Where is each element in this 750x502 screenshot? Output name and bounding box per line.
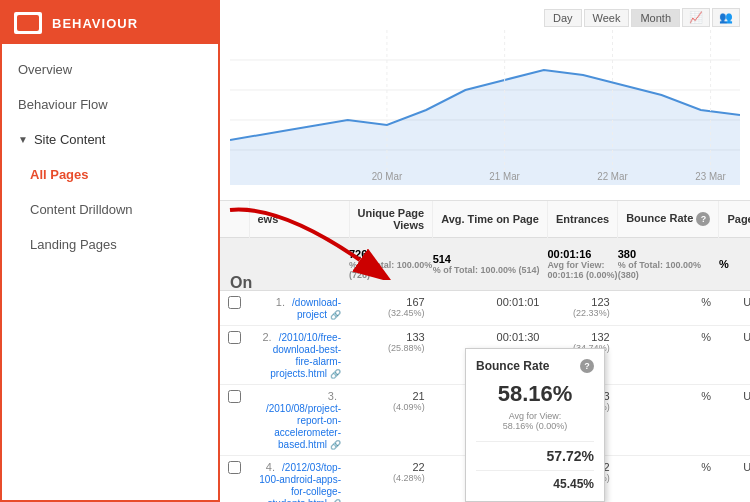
week-button[interactable]: Week: [584, 9, 630, 27]
bounce-popup-title: Bounce Rate: [476, 359, 549, 373]
sidebar-item-content-drilldown[interactable]: Content Drilldown: [2, 192, 218, 227]
month-button[interactable]: Month: [631, 9, 680, 27]
row-icon-1[interactable]: 🔗: [330, 369, 341, 379]
svg-text:20 Mar: 20 Mar: [372, 171, 403, 182]
on-label: On: [230, 274, 252, 292]
chart-controls: Day Week Month 📈 👥: [544, 8, 740, 27]
row-checkbox-3[interactable]: [220, 456, 249, 503]
main-container: BEHAVIOUR Overview Behaviour Flow ▼ Site…: [0, 0, 750, 502]
table-row: 1. /download-project 🔗 167 (32.45%) 00:0…: [220, 291, 750, 326]
row-unique-1: 133 (25.88%): [349, 326, 433, 385]
total-avgtime: 00:01:16 Avg for View: 00:01:16 (0.00%): [547, 238, 617, 291]
th-avg-time[interactable]: Avg. Time on Page: [433, 201, 548, 238]
bounce-row2: 45.45%: [476, 477, 594, 491]
row-pagevalue-0: US$0.00 (0.00%): [719, 291, 750, 326]
row-icon-0[interactable]: 🔗: [330, 310, 341, 320]
bounce-row1: 57.72%: [476, 448, 594, 464]
row-num-0: 1.: [276, 296, 285, 308]
total-bouncerate: %: [719, 238, 750, 291]
sidebar-item-label: All Pages: [30, 167, 89, 182]
sidebar-header: BEHAVIOUR: [2, 2, 218, 44]
row-unique-3: 22 (4.28%): [349, 456, 433, 503]
svg-rect-3: [19, 26, 25, 28]
total-unique-pct: % of Total: 100.00% (514): [433, 265, 548, 275]
total-avgtime-sub: Avg for View: 00:01:16 (0.00%): [547, 260, 617, 280]
row-icon-2[interactable]: 🔗: [330, 440, 341, 450]
row-checkbox-input-3[interactable]: [228, 461, 241, 474]
sidebar-item-landing-pages[interactable]: Landing Pages: [2, 227, 218, 262]
th-avgtime-label: Avg. Time on Page: [441, 213, 539, 225]
bounce-sub-label: Avg for View: 58.16% (0.00%): [476, 411, 594, 431]
row-num-2: 3.: [328, 390, 337, 402]
svg-text:21 Mar: 21 Mar: [489, 171, 520, 182]
row-unique-0: 167 (32.45%): [349, 291, 433, 326]
row-pagevalue-2: US$0.00 (0.00%): [719, 385, 750, 456]
th-entrances[interactable]: Entrances: [547, 201, 617, 238]
row-checkbox-2[interactable]: [220, 385, 249, 456]
row-checkbox-input-2[interactable]: [228, 390, 241, 403]
svg-marker-8: [230, 70, 740, 185]
row-unique-pct-1: (25.88%): [357, 343, 425, 353]
content-area: Day Week Month 📈 👥 20 Mar 21 Mar: [220, 0, 750, 502]
sidebar-item-site-content[interactable]: ▼ Site Content: [2, 122, 218, 157]
row-avgtime-0: 00:01:01: [433, 291, 548, 326]
bounce-popup-header: Bounce Rate ?: [476, 359, 594, 373]
bounce-main-value: 58.16%: [476, 381, 594, 407]
th-bounce-rate[interactable]: Bounce Rate ?: [618, 201, 719, 238]
sidebar-item-overview[interactable]: Overview: [2, 52, 218, 87]
sidebar-item-label: Behaviour Flow: [18, 97, 108, 112]
th-unique-pageviews[interactable]: Unique PageViews: [349, 201, 433, 238]
row-pagevalue-1: US$0.00 (0.00%): [719, 326, 750, 385]
table-area: ews Unique PageViews Avg. Time on Page E…: [220, 200, 750, 502]
row-checkbox-input-0[interactable]: [228, 296, 241, 309]
row-pv-sub-1: (0.00%): [727, 343, 750, 353]
svg-rect-1: [19, 18, 27, 20]
total-unique: 514 % of Total: 100.00% (514): [433, 238, 548, 291]
line-chart-icon-button[interactable]: 📈: [682, 8, 710, 27]
row-pagevalue-3: US$0.00 (0.00%): [719, 456, 750, 503]
th-bouncerate-label: Bounce Rate ?: [626, 212, 710, 224]
row-pv-sub-0: (0.00%): [727, 308, 750, 318]
row-checkbox-0[interactable]: [220, 291, 249, 326]
expand-arrow-icon: ▼: [18, 134, 28, 145]
th-checkbox: [220, 201, 249, 238]
row-num-3: 4.: [266, 461, 275, 473]
row-entrances-0: 123 (22.33%): [547, 291, 617, 326]
total-unique-value: 514: [433, 253, 451, 265]
row-unique-pct-3: (4.28%): [357, 473, 425, 483]
th-entrances-label: Entrances: [556, 213, 609, 225]
bounce-divider: [476, 441, 594, 442]
row-page-2: 3. /2010/08/project-report-on-accelerome…: [249, 385, 349, 456]
row-page-3: 4. /2012/03/top-100-android-apps-for-col…: [249, 456, 349, 503]
sidebar-item-behaviour-flow[interactable]: Behaviour Flow: [2, 87, 218, 122]
people-icon-button[interactable]: 👥: [712, 8, 740, 27]
th-unique-label: Unique PageViews: [358, 207, 425, 231]
th-pages[interactable]: ews: [249, 201, 349, 238]
sidebar-nav: Overview Behaviour Flow ▼ Site Content A…: [2, 44, 218, 270]
help-icon[interactable]: ?: [696, 212, 710, 226]
row-checkbox-1[interactable]: [220, 326, 249, 385]
bounce-help-icon[interactable]: ?: [580, 359, 594, 373]
svg-text:22 Mar: 22 Mar: [597, 171, 628, 182]
bounce-avg-label: Avg for View:: [509, 411, 562, 421]
th-page-value[interactable]: Page Value: [719, 201, 750, 238]
total-entrances-pct: % of Total: 100.00% (380): [618, 260, 719, 280]
day-button[interactable]: Day: [544, 9, 582, 27]
row-bounce-2: %: [618, 385, 719, 456]
total-pv-value: 726: [349, 248, 367, 260]
sidebar-item-label: Content Drilldown: [30, 202, 133, 217]
sidebar: BEHAVIOUR Overview Behaviour Flow ▼ Site…: [0, 0, 220, 502]
row-pv-sub-3: (0.00%): [727, 473, 750, 483]
row-checkbox-input-1[interactable]: [228, 331, 241, 344]
sidebar-item-all-pages[interactable]: All Pages: [2, 157, 218, 192]
total-avgtime-value: 00:01:16: [547, 248, 591, 260]
bounce-avg-value: 58.16% (0.00%): [503, 421, 568, 431]
total-pageviews: 726 % of Total: 100.00% (726): [349, 238, 433, 291]
total-pv-pct: % of Total: 100.00% (726): [349, 260, 433, 280]
row-unique-pct-0: (32.45%): [357, 308, 425, 318]
chart-area: Day Week Month 📈 👥 20 Mar 21 Mar: [220, 0, 750, 200]
row-entrances-pct-0: (22.33%): [555, 308, 609, 318]
sidebar-item-label: Site Content: [34, 132, 106, 147]
sidebar-item-label: Landing Pages: [30, 237, 117, 252]
line-chart: 20 Mar 21 Mar 22 Mar 23 Mar: [230, 30, 740, 185]
